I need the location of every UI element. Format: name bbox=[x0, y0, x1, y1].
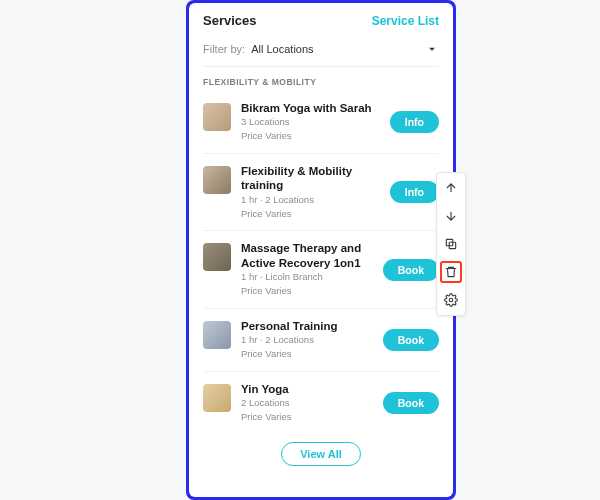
item-title: Bikram Yoga with Sarah bbox=[241, 101, 380, 115]
item-meta: 2 Locations bbox=[241, 397, 373, 410]
service-thumbnail bbox=[203, 103, 231, 131]
service-thumbnail bbox=[203, 321, 231, 349]
item-price: Price Varies bbox=[241, 208, 380, 221]
item-title: Massage Therapy and Active Recovery 1on1 bbox=[241, 241, 373, 270]
divider bbox=[203, 230, 439, 231]
service-list-link[interactable]: Service List bbox=[372, 14, 439, 28]
arrow-up-icon bbox=[444, 181, 458, 195]
list-item: Yin Yoga 2 Locations Price Varies Book bbox=[189, 374, 453, 432]
list-item: Bikram Yoga with Sarah 3 Locations Price… bbox=[189, 93, 453, 151]
element-toolbar bbox=[436, 172, 466, 316]
service-thumbnail bbox=[203, 166, 231, 194]
item-price: Price Varies bbox=[241, 130, 380, 143]
item-price: Price Varies bbox=[241, 348, 373, 361]
view-all-wrap: View All bbox=[189, 432, 453, 472]
item-body: Flexibility & Mobility training 1 hr · 2… bbox=[241, 164, 380, 220]
filter-row[interactable]: Filter by: All Locations bbox=[189, 36, 453, 66]
chevron-down-icon bbox=[425, 42, 439, 56]
info-button[interactable]: Info bbox=[390, 111, 439, 133]
section-label: FLEXIBILITY & MOBILITY bbox=[189, 67, 453, 93]
header: Services Service List bbox=[189, 3, 453, 36]
trash-icon bbox=[444, 265, 458, 279]
item-price: Price Varies bbox=[241, 411, 373, 424]
item-meta: 1 hr · 2 Locations bbox=[241, 334, 373, 347]
service-thumbnail bbox=[203, 243, 231, 271]
service-thumbnail bbox=[203, 384, 231, 412]
item-title: Personal Training bbox=[241, 319, 373, 333]
duplicate-button[interactable] bbox=[440, 233, 462, 255]
item-body: Bikram Yoga with Sarah 3 Locations Price… bbox=[241, 101, 380, 143]
list-item: Massage Therapy and Active Recovery 1on1… bbox=[189, 233, 453, 305]
info-button[interactable]: Info bbox=[390, 181, 439, 203]
page-title: Services bbox=[203, 13, 257, 28]
app-screen: Services Service List Filter by: All Loc… bbox=[189, 3, 453, 497]
list-item: Flexibility & Mobility training 1 hr · 2… bbox=[189, 156, 453, 228]
item-body: Yin Yoga 2 Locations Price Varies bbox=[241, 382, 373, 424]
item-price: Price Varies bbox=[241, 285, 373, 298]
service-list: Bikram Yoga with Sarah 3 Locations Price… bbox=[189, 93, 453, 497]
arrow-down-icon bbox=[444, 209, 458, 223]
settings-button[interactable] bbox=[440, 289, 462, 311]
filter-label: Filter by: bbox=[203, 43, 245, 55]
item-body: Massage Therapy and Active Recovery 1on1… bbox=[241, 241, 373, 297]
book-button[interactable]: Book bbox=[383, 392, 439, 414]
item-body: Personal Training 1 hr · 2 Locations Pri… bbox=[241, 319, 373, 361]
move-down-button[interactable] bbox=[440, 205, 462, 227]
item-meta: 1 hr · 2 Locations bbox=[241, 194, 380, 207]
copy-icon bbox=[444, 237, 458, 251]
book-button[interactable]: Book bbox=[383, 259, 439, 281]
divider bbox=[203, 153, 439, 154]
move-up-button[interactable] bbox=[440, 177, 462, 199]
phone-frame: Services Service List Filter by: All Loc… bbox=[186, 0, 456, 500]
item-title: Yin Yoga bbox=[241, 382, 373, 396]
filter-value: All Locations bbox=[251, 43, 419, 55]
item-meta: 3 Locations bbox=[241, 116, 380, 129]
divider bbox=[203, 308, 439, 309]
delete-button[interactable] bbox=[440, 261, 462, 283]
list-item: Personal Training 1 hr · 2 Locations Pri… bbox=[189, 311, 453, 369]
view-all-button[interactable]: View All bbox=[281, 442, 361, 466]
divider bbox=[203, 371, 439, 372]
gear-icon bbox=[444, 293, 458, 307]
item-title: Flexibility & Mobility training bbox=[241, 164, 380, 193]
item-meta: 1 hr · Licoln Branch bbox=[241, 271, 373, 284]
book-button[interactable]: Book bbox=[383, 329, 439, 351]
svg-point-2 bbox=[449, 298, 453, 302]
